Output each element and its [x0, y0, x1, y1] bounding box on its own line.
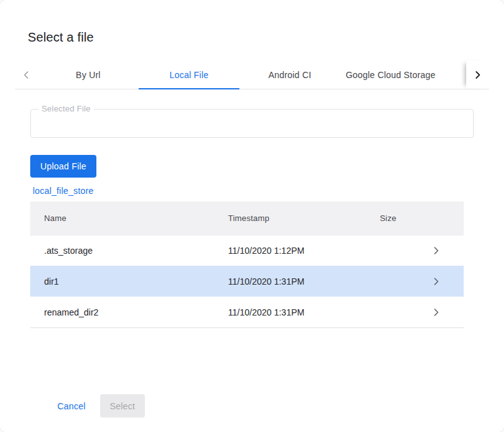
- table-row[interactable]: dir1 11/10/2020 1:31PM: [30, 266, 464, 297]
- selected-file-field: Selected File: [30, 109, 474, 138]
- header-size: Size: [380, 213, 430, 223]
- tabs-scroll-left-button[interactable]: [15, 60, 38, 89]
- table-header-row: Name Timestamp Size: [30, 202, 464, 235]
- selected-file-input[interactable]: [31, 110, 473, 137]
- row-chevron-right-icon[interactable]: [430, 277, 464, 286]
- table-row[interactable]: renamed_dir2 11/10/2020 1:31PM: [30, 297, 464, 327]
- tab-by-url[interactable]: By Url: [38, 60, 139, 89]
- cell-name: dir1: [30, 276, 228, 287]
- cell-name: renamed_dir2: [30, 307, 228, 317]
- file-table: Name Timestamp Size .ats_storage 11/10/2…: [30, 202, 464, 328]
- row-chevron-right-icon[interactable]: [430, 246, 464, 255]
- tab-bar: By Url Local File Android CI Google Clou…: [15, 60, 489, 89]
- header-timestamp: Timestamp: [228, 213, 380, 223]
- tab-google-cloud-storage[interactable]: Google Cloud Storage: [340, 60, 441, 89]
- tab-panel-local-file: Selected File Upload File local_file_sto…: [0, 109, 504, 418]
- tab-local-file[interactable]: Local File: [139, 60, 239, 89]
- cell-timestamp: 11/10/2020 1:31PM: [228, 307, 380, 317]
- cell-name: .ats_storage: [30, 246, 228, 256]
- cancel-button[interactable]: Cancel: [50, 395, 93, 418]
- breadcrumb: local_file_store: [30, 185, 474, 197]
- local-file-store-link[interactable]: local_file_store: [33, 186, 94, 196]
- chevron-right-icon: [473, 71, 482, 79]
- tab-list: By Url Local File Android CI Google Clou…: [38, 60, 441, 89]
- tab-spacer: [441, 60, 466, 89]
- dialog-actions: Cancel Select: [50, 394, 474, 418]
- header-name: Name: [30, 213, 228, 223]
- tab-android-ci[interactable]: Android CI: [239, 60, 340, 89]
- upload-file-button[interactable]: Upload File: [30, 155, 96, 178]
- select-button[interactable]: Select: [100, 394, 145, 418]
- table-row[interactable]: .ats_storage 11/10/2020 1:12PM: [30, 235, 464, 266]
- cell-timestamp: 11/10/2020 1:31PM: [228, 276, 380, 287]
- selected-file-label: Selected File: [38, 104, 94, 113]
- dialog-title: Select a file: [0, 0, 504, 45]
- cell-timestamp: 11/10/2020 1:12PM: [228, 246, 380, 256]
- chevron-left-icon: [22, 71, 31, 79]
- row-chevron-right-icon[interactable]: [430, 308, 464, 317]
- tabs-scroll-right-button[interactable]: [466, 60, 489, 89]
- select-file-dialog: Select a file By Url Local File Android …: [0, 0, 504, 432]
